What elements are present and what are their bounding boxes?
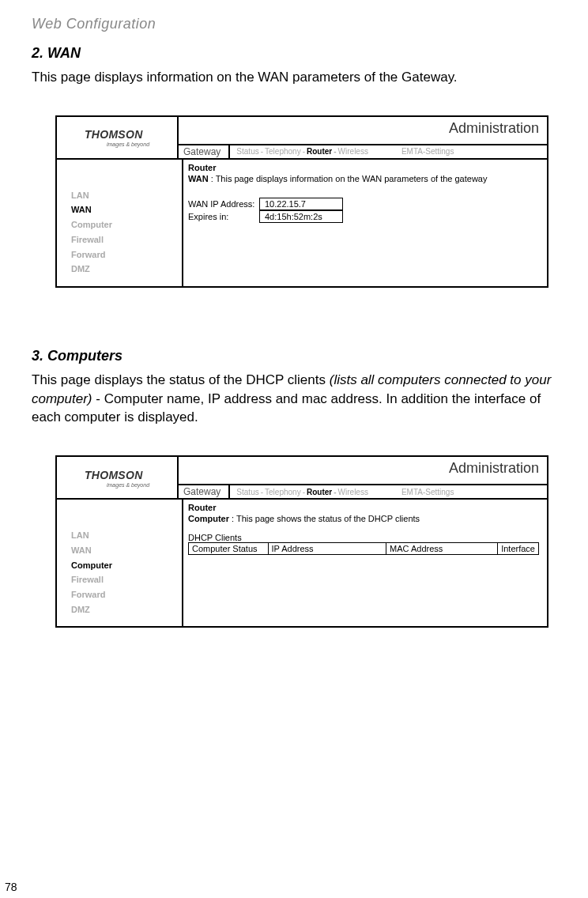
computers-text1: This page displays the status of the DHC… [32, 372, 330, 387]
field-row-expires: Expires in: 4d:15h:52m:2s [188, 210, 539, 223]
ip-value: 10.22.15.7 [259, 198, 343, 210]
nav-telephony[interactable]: Telephony [265, 488, 301, 496]
logo-tagline: images & beyond [107, 141, 149, 147]
sidebar-item-firewall[interactable]: Firewall [71, 232, 182, 247]
sidebar-item-computer[interactable]: Computer [71, 558, 182, 573]
col-mac-address: MAC Address [386, 543, 498, 555]
nav-bar: Gateway Status- Telephony- Router- Wirel… [179, 484, 547, 498]
nav-bar: Gateway Status- Telephony- Router- Wirel… [179, 144, 547, 158]
content-area: Router WAN : This page displays informat… [182, 160, 547, 286]
admin-header: Administration Gateway Status- Telephony… [179, 117, 547, 158]
sidebar-item-dmz[interactable]: DMZ [71, 602, 182, 617]
logo-tagline: images & beyond [107, 482, 149, 488]
sidebar-item-lan[interactable]: LAN [71, 188, 182, 203]
dhcp-clients-title: DHCP Clients [188, 533, 539, 542]
section-wan-text: This page displays information on the WA… [32, 68, 556, 87]
nav-telephony[interactable]: Telephony [265, 147, 301, 156]
sub-text: : This page shows the status of the DHCP… [229, 514, 420, 523]
ip-label: WAN IP Address: [188, 199, 259, 209]
content-subheading: WAN : This page displays information on … [188, 174, 539, 183]
expires-label: Expires in: [188, 212, 259, 221]
content-area: Router Computer : This page shows the st… [182, 500, 547, 626]
panel-body: LAN WAN Computer Firewall Forward DMZ Ro… [57, 500, 547, 626]
col-ip-address: IP Address [268, 543, 386, 555]
logo: THOMSON images & beyond [57, 457, 179, 498]
dash-icon: - [334, 147, 336, 156]
admin-title: Administration [179, 117, 547, 144]
sub-text: : This page displays information on the … [209, 174, 488, 183]
nav-links: Status- Telephony- Router- Wireless EMTA… [230, 488, 454, 496]
content-heading: Router [188, 503, 539, 512]
sidebar-item-computer[interactable]: Computer [71, 217, 182, 232]
gateway-label: Gateway [179, 485, 230, 498]
panel-top: THOMSON images & beyond Administration G… [57, 117, 547, 160]
nav-wireless[interactable]: Wireless [338, 147, 368, 156]
admin-panel-computers: THOMSON images & beyond Administration G… [55, 455, 548, 628]
section-computers-title: 3. Computers [32, 348, 556, 364]
computers-text2: - Computer name, IP address and mac addr… [32, 391, 541, 425]
page-number: 78 [5, 881, 17, 893]
section-wan-title: 2. WAN [32, 45, 556, 62]
sidebar: LAN WAN Computer Firewall Forward DMZ [57, 160, 182, 286]
dash-icon: - [334, 488, 336, 496]
field-row-ip: WAN IP Address: 10.22.15.7 [188, 198, 539, 210]
logo-brand: THOMSON [85, 469, 143, 481]
sidebar-item-wan[interactable]: WAN [71, 543, 182, 558]
nav-wireless[interactable]: Wireless [338, 488, 368, 496]
section-computers-text: This page displays the status of the DHC… [32, 371, 556, 427]
expires-value: 4d:15h:52m:2s [259, 210, 343, 223]
nav-router[interactable]: Router [307, 147, 332, 156]
sidebar-item-forward[interactable]: Forward [71, 587, 182, 602]
dash-icon: - [303, 147, 305, 156]
admin-title: Administration [179, 457, 547, 484]
sidebar-item-dmz[interactable]: DMZ [71, 262, 182, 277]
sub-bold: Computer [188, 514, 229, 523]
content-heading: Router [188, 163, 539, 172]
content-subheading: Computer : This page shows the status of… [188, 514, 539, 523]
page-header: Web Configuration [32, 16, 556, 32]
sidebar: LAN WAN Computer Firewall Forward DMZ [57, 500, 182, 626]
dash-icon: - [303, 488, 305, 496]
dash-icon: - [261, 488, 263, 496]
sidebar-item-wan[interactable]: WAN [71, 202, 182, 217]
logo-brand: THOMSON [85, 128, 143, 141]
col-interface: Interface [498, 543, 539, 555]
nav-emta[interactable]: EMTA-Settings [401, 147, 454, 156]
col-computer-status: Computer Status [189, 543, 269, 555]
dash-icon: - [261, 147, 263, 156]
admin-header: Administration Gateway Status- Telephony… [179, 457, 547, 498]
logo: THOMSON images & beyond [57, 117, 179, 158]
panel-top: THOMSON images & beyond Administration G… [57, 457, 547, 500]
sidebar-item-forward[interactable]: Forward [71, 247, 182, 262]
table-header-row: Computer Status IP Address MAC Address I… [189, 543, 539, 555]
admin-panel-wan: THOMSON images & beyond Administration G… [55, 115, 548, 288]
nav-status[interactable]: Status [236, 488, 258, 496]
sub-bold: WAN [188, 174, 209, 183]
nav-router[interactable]: Router [307, 488, 332, 496]
sidebar-item-lan[interactable]: LAN [71, 528, 182, 543]
gateway-label: Gateway [179, 145, 230, 158]
nav-links: Status- Telephony- Router- Wireless EMTA… [230, 147, 454, 156]
nav-status[interactable]: Status [236, 147, 258, 156]
dhcp-table: Computer Status IP Address MAC Address I… [188, 542, 539, 555]
panel-body: LAN WAN Computer Firewall Forward DMZ Ro… [57, 160, 547, 286]
nav-emta[interactable]: EMTA-Settings [401, 488, 454, 496]
sidebar-item-firewall[interactable]: Firewall [71, 572, 182, 587]
